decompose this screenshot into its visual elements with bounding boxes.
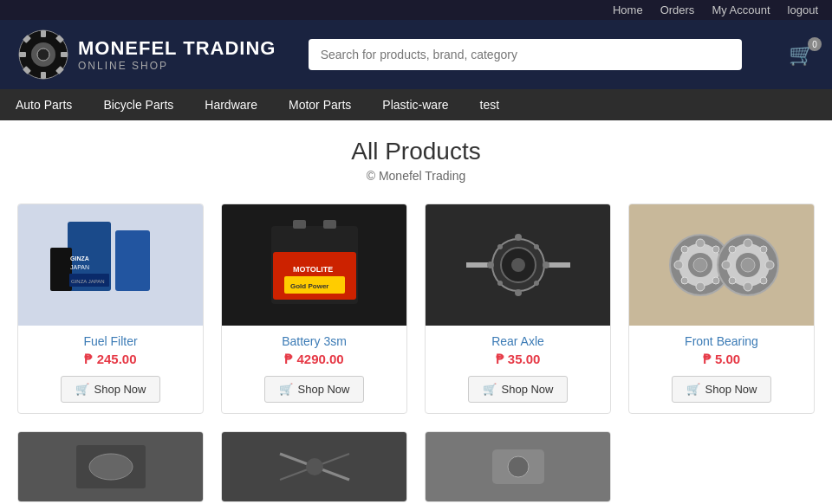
svg-point-42 [696,282,705,291]
svg-point-59 [729,277,736,284]
product-name-1[interactable]: Fuel Filter [25,334,196,348]
cat-plastic-ware[interactable]: Plastic-ware [367,89,464,120]
svg-text:MOTOLITE: MOTOLITE [293,265,333,274]
product-card-4: Front Bearing ₱ 5.00 🛒 Shop Now [628,204,815,414]
product-name-4[interactable]: Front Bearing [636,334,807,348]
svg-rect-19 [293,220,306,229]
shop-now-button-1[interactable]: 🛒 Shop Now [61,376,161,403]
nav-home[interactable]: Home [613,3,643,16]
svg-point-45 [681,246,688,253]
svg-text:GINZA JAPAN: GINZA JAPAN [71,279,105,284]
svg-point-60 [760,277,767,284]
product-grid: GINZA JAPAN GINZA JAPAN Fuel Filter ₱ 24… [17,204,815,414]
cat-auto-parts[interactable]: Auto Parts [0,89,88,120]
page-title: All Products [17,138,815,165]
cart-icon-btn2: 🛒 [279,383,293,396]
svg-rect-13 [50,248,72,291]
brand-name: MONEFEL TRADING [78,37,276,60]
cat-motor-parts[interactable]: Motor Parts [273,89,367,120]
cat-hardware[interactable]: Hardware [189,89,273,120]
svg-rect-20 [323,220,336,229]
svg-rect-12 [115,230,150,291]
cart-area[interactable]: 🛒 0 [789,42,815,67]
svg-text:GINZA: GINZA [70,255,89,262]
category-nav: Auto Parts Bicycle Parts Hardware Motor … [0,89,832,120]
nav-myaccount[interactable]: My Account [712,3,770,16]
product-image-1: GINZA JAPAN GINZA JAPAN [18,204,203,326]
brand-tagline: ONLINE SHOP [78,60,276,72]
cart-icon-btn3: 🛒 [483,383,497,396]
svg-point-43 [674,261,683,269]
cat-test[interactable]: test [465,89,516,120]
logo-text: MONEFEL TRADING ONLINE SHOP [78,37,276,72]
product-price-2: ₱ 4290.00 [222,352,406,367]
svg-rect-5 [19,52,26,57]
svg-point-32 [543,262,549,268]
battery-image: MOTOLITE Gold Power [245,204,384,326]
product-name-2[interactable]: Battery 3sm [229,334,400,348]
product-card-placeholder [628,431,815,502]
svg-point-40 [693,258,707,272]
svg-point-34 [534,244,539,249]
product-card-2: MOTOLITE Gold Power Battery 3sm ₱ 4290.0… [221,204,407,414]
page-subtitle: © Monefel Trading [17,169,815,183]
search-input[interactable] [309,39,742,70]
svg-point-55 [722,261,731,269]
partial-product-6-image [271,436,358,497]
svg-text:JAPAN: JAPAN [70,264,89,270]
svg-point-62 [89,454,133,480]
svg-point-46 [712,246,719,253]
svg-point-54 [744,282,752,291]
search-bar-container [309,39,742,70]
svg-rect-3 [41,30,46,37]
svg-point-58 [760,246,767,253]
logo-gear-icon [17,29,69,81]
partial-product-7-image [475,436,562,497]
product-image-5 [18,432,203,501]
product-image-3 [426,204,610,326]
logo-area: MONEFEL TRADING ONLINE SHOP [17,29,276,81]
svg-rect-4 [41,72,46,79]
product-card-7 [425,431,611,502]
rear-axle-image [449,204,588,326]
product-card-6 [221,431,407,502]
product-image-4 [629,204,814,326]
svg-point-52 [741,258,755,272]
svg-point-30 [515,289,522,296]
product-price-3: ₱ 35.00 [426,352,610,367]
svg-point-67 [508,456,529,477]
cat-bicycle-parts[interactable]: Bicycle Parts [88,89,189,120]
product-price-4: ₱ 5.00 [629,352,814,367]
product-name-3[interactable]: Rear Axle [432,334,603,348]
svg-point-56 [765,261,774,269]
svg-point-36 [534,281,539,286]
product-image-2: MOTOLITE Gold Power [222,204,406,326]
svg-point-53 [744,239,752,248]
product-card-3: Rear Axle ₱ 35.00 🛒 Shop Now [425,204,611,414]
header: MONEFEL TRADING ONLINE SHOP 🛒 0 [0,20,832,89]
fuel-filter-image: GINZA JAPAN GINZA JAPAN [42,204,180,326]
product-image-6 [222,432,406,501]
top-nav: Home Orders My Account logout [0,0,832,20]
svg-rect-6 [61,52,68,57]
shop-now-button-4[interactable]: 🛒 Shop Now [672,376,772,403]
bearing-image [653,204,791,326]
product-card-1: GINZA JAPAN GINZA JAPAN Fuel Filter ₱ 24… [17,204,204,414]
cart-icon-btn1: 🛒 [75,383,89,396]
cart-badge: 0 [808,37,822,51]
svg-point-41 [696,239,705,248]
nav-orders[interactable]: Orders [660,3,695,16]
svg-point-28 [511,258,525,272]
svg-point-48 [712,277,719,284]
cart-icon-btn4: 🛒 [686,383,700,396]
nav-logout[interactable]: logout [788,3,818,16]
svg-text:Gold Power: Gold Power [290,282,328,290]
product-card-5 [17,431,204,502]
svg-point-57 [729,246,736,253]
product-price-1: ₱ 245.00 [18,352,203,367]
shop-now-button-2[interactable]: 🛒 Shop Now [264,376,365,403]
shop-now-button-3[interactable]: 🛒 Shop Now [468,376,569,403]
svg-point-2 [37,48,49,61]
cart-icon-wrap[interactable]: 🛒 0 [789,42,815,67]
svg-point-65 [306,458,323,475]
